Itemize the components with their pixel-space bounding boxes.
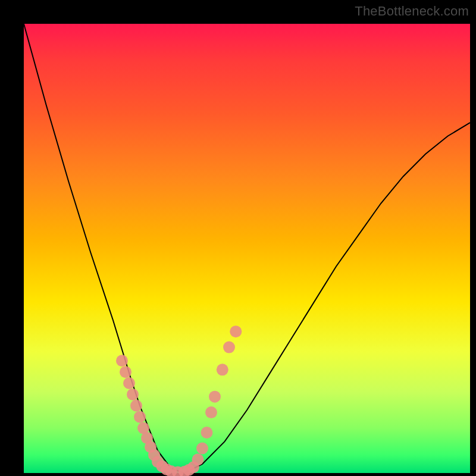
svg-point-0: [116, 355, 128, 367]
svg-point-19: [196, 442, 208, 454]
svg-point-1: [120, 366, 131, 378]
marker-dots: [116, 325, 242, 476]
bottleneck-curve: [24, 24, 470, 473]
plot-area: [24, 24, 470, 473]
svg-point-23: [217, 364, 228, 375]
svg-point-25: [230, 325, 242, 337]
svg-point-5: [134, 411, 146, 423]
chart-frame: TheBottleneck.com: [0, 0, 476, 476]
svg-point-2: [123, 377, 135, 389]
curve-svg: [24, 24, 470, 473]
svg-point-20: [201, 427, 213, 439]
svg-point-3: [127, 389, 139, 400]
watermark-text: TheBottleneck.com: [355, 4, 469, 19]
svg-point-4: [130, 400, 142, 412]
svg-point-18: [192, 453, 204, 465]
svg-point-21: [205, 406, 217, 418]
svg-point-24: [223, 342, 235, 353]
svg-point-22: [209, 391, 221, 403]
